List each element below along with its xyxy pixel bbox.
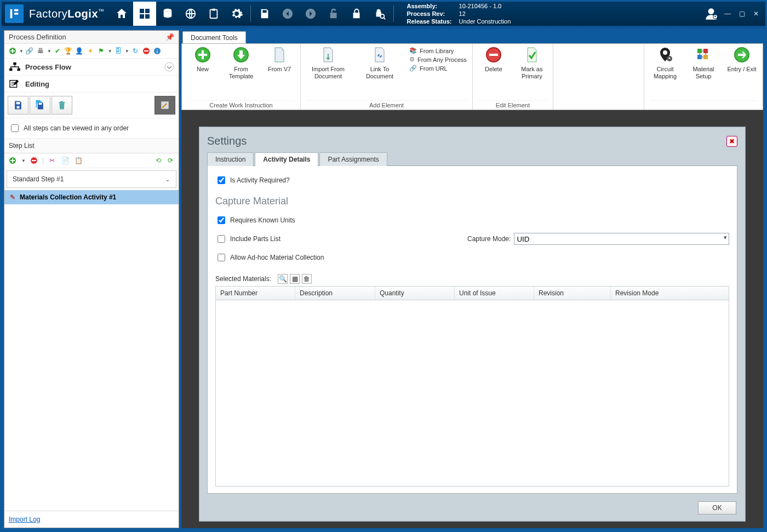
library-icon: 📚 xyxy=(409,47,417,54)
all-steps-checkbox[interactable] xyxy=(11,124,19,132)
info-icon[interactable]: i xyxy=(152,46,162,56)
user-profile-icon[interactable] xyxy=(703,5,719,22)
copy-icon[interactable]: 📄 xyxy=(60,156,70,165)
col-description[interactable]: Description xyxy=(295,287,375,300)
star-gear-icon[interactable]: ✶ xyxy=(85,46,95,56)
allow-adhoc-checkbox[interactable] xyxy=(217,254,225,261)
step-add-icon[interactable] xyxy=(8,156,18,165)
step-remove-icon[interactable] xyxy=(29,156,39,165)
print-icon[interactable]: 🖶 xyxy=(36,46,45,56)
check-doc-icon xyxy=(523,46,541,64)
pencil-icon: ✎ xyxy=(10,193,15,201)
material-grid-icon[interactable]: ▦ xyxy=(290,274,300,284)
process-flow-section[interactable]: Process Flow xyxy=(4,59,179,76)
search-lock-icon[interactable] xyxy=(368,2,391,26)
svg-rect-23 xyxy=(61,101,64,102)
svg-rect-14 xyxy=(13,62,16,65)
ribbon-from-url[interactable]: 🔗From URL xyxy=(409,65,467,72)
ribbon-from-library[interactable]: 📚From Library xyxy=(409,47,467,54)
is-activity-required-label: Is Activity Required? xyxy=(230,176,290,184)
ribbon-new[interactable]: New xyxy=(187,46,218,73)
requires-known-units-checkbox[interactable] xyxy=(217,216,225,224)
tab-activity-details[interactable]: Activity Details xyxy=(255,152,318,166)
col-unit-of-issue[interactable]: Unit of Issue xyxy=(455,287,534,300)
clipboard-icon[interactable] xyxy=(202,2,225,26)
chevron-down-icon: ⌄ xyxy=(165,175,170,183)
close-button[interactable]: ✕ xyxy=(750,8,762,20)
ribbon-delete[interactable]: Delete xyxy=(478,46,509,73)
settings-panel: Settings ✖ Instruction Activity Details … xyxy=(199,127,746,522)
maximize-button[interactable]: ▢ xyxy=(736,8,748,20)
tab-instruction[interactable]: Instruction xyxy=(207,152,254,166)
tab-part-assignments[interactable]: Part Assignments xyxy=(319,152,387,166)
pin-icon[interactable]: 📌 xyxy=(165,33,174,41)
editing-section[interactable]: Editing xyxy=(4,76,179,93)
ribbon-entry-exit[interactable]: Entry / Exit xyxy=(726,46,757,73)
import-log-link[interactable]: Import Log xyxy=(9,516,40,523)
editing-label: Editing xyxy=(25,80,49,88)
grid-module-icon[interactable] xyxy=(133,2,156,26)
edit-pencil-button[interactable] xyxy=(154,96,175,115)
delete-doc-button[interactable] xyxy=(51,96,72,115)
material-search-icon[interactable]: 🔍 xyxy=(278,274,288,284)
is-activity-required-checkbox[interactable] xyxy=(217,176,225,184)
ribbon-from-template[interactable]: From Template xyxy=(226,46,256,80)
ribbon-link-to-doc[interactable]: Link To Document xyxy=(358,46,402,80)
step-item-label: Standard Step #1 xyxy=(13,175,64,183)
add-icon[interactable] xyxy=(8,46,18,56)
plus-circle-icon xyxy=(194,46,211,64)
col-quantity[interactable]: Quantity xyxy=(375,287,455,300)
database-icon[interactable] xyxy=(156,2,179,26)
save-copy-button[interactable] xyxy=(30,96,50,115)
step-item[interactable]: Standard Step #1 ⌄ xyxy=(7,170,176,188)
ribbon-mark-primary[interactable]: Mark as Primary xyxy=(517,46,547,80)
ribbon-material-setup[interactable]: Material Setup xyxy=(688,46,719,80)
settings-gear-icon[interactable] xyxy=(225,2,248,26)
settings-close-icon[interactable]: ✖ xyxy=(726,136,737,147)
requires-known-units-label: Requires Known Units xyxy=(230,216,295,224)
flag-icon[interactable]: ⚑ xyxy=(96,46,106,56)
reload-fwd-icon[interactable]: ⟳ xyxy=(165,156,175,165)
capture-mode-select[interactable] xyxy=(514,233,729,245)
col-revision[interactable]: Revision xyxy=(534,287,611,300)
refresh-icon[interactable]: ↻ xyxy=(130,46,140,56)
minus-icon[interactable] xyxy=(141,46,151,56)
unlock-icon[interactable] xyxy=(322,2,345,26)
save-doc-button[interactable] xyxy=(8,96,28,115)
col-part-number[interactable]: Part Number xyxy=(216,287,295,300)
person-icon[interactable]: 👤 xyxy=(75,46,84,56)
material-remove-icon[interactable]: 🗑 xyxy=(302,274,312,284)
trophy-icon[interactable]: 🏆 xyxy=(64,46,73,56)
minimize-button[interactable]: — xyxy=(722,8,734,20)
ribbon-circuit-mapping[interactable]: Circuit Mapping xyxy=(650,46,680,80)
home-icon[interactable] xyxy=(110,2,133,26)
sidepanel-header: Process Definition 📌 xyxy=(4,31,179,44)
back-icon[interactable] xyxy=(276,2,299,26)
include-parts-list-checkbox[interactable] xyxy=(217,235,225,243)
ribbon-tab-document-tools[interactable]: Document Tools xyxy=(182,31,246,43)
reload-icon[interactable]: ⟲ xyxy=(153,156,163,165)
paste-icon[interactable]: 📋 xyxy=(73,156,83,165)
approve-icon[interactable]: ✔ xyxy=(53,46,62,56)
collapse-icon[interactable] xyxy=(164,62,174,72)
col-revision-mode[interactable]: Revision Mode xyxy=(611,287,729,300)
db-icon[interactable]: 🗄 xyxy=(113,46,123,56)
link-icon[interactable]: 🔗 xyxy=(25,46,35,56)
forward-icon[interactable] xyxy=(299,2,322,26)
ribbon-from-any-process[interactable]: ⚙From Any Process xyxy=(409,56,467,63)
cut-icon[interactable]: ✂ xyxy=(47,156,57,165)
ok-button[interactable]: OK xyxy=(698,501,736,514)
entry-exit-icon xyxy=(733,46,751,64)
url-link-icon: 🔗 xyxy=(409,65,417,72)
svg-rect-21 xyxy=(39,103,42,105)
svg-rect-15 xyxy=(9,68,12,71)
activity-item[interactable]: ✎ Materials Collection Activity #1 xyxy=(4,190,179,204)
save-icon[interactable] xyxy=(253,2,276,26)
ribbon-group-add-label: Add Element xyxy=(306,100,467,108)
svg-point-0 xyxy=(163,9,171,12)
ribbon-from-v7[interactable]: From V7 xyxy=(264,46,295,73)
ribbon-import-from-doc[interactable]: Import From Document xyxy=(306,46,350,80)
lock-x-icon[interactable] xyxy=(345,2,368,26)
globe-icon[interactable] xyxy=(179,2,202,26)
import-doc-icon xyxy=(319,46,337,64)
